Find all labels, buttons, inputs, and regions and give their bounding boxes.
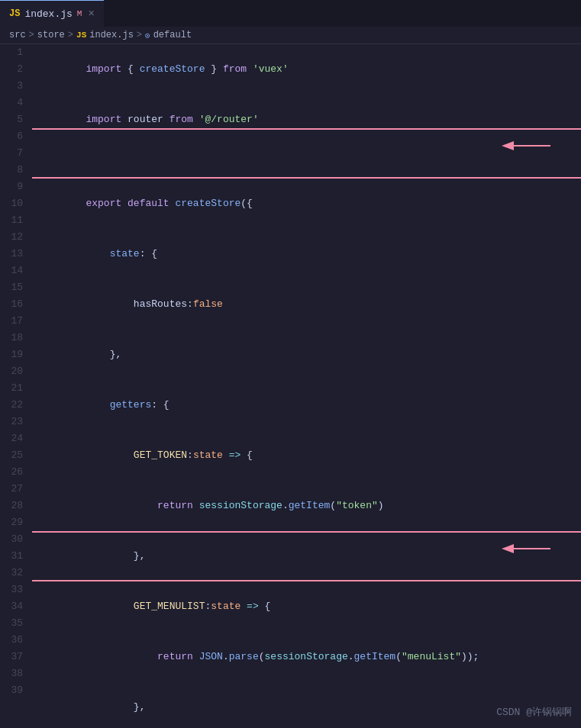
ln-13: 13: [6, 246, 23, 263]
ln-38: 38: [6, 665, 23, 682]
watermark: CSDN @许锅锅啊: [496, 705, 572, 719]
ln-35: 35: [6, 615, 23, 632]
tab-indexjs[interactable]: JS index.js M ×: [0, 0, 104, 27]
tab-filename: index.js: [24, 8, 72, 20]
breadcrumb-sep2: >: [68, 30, 73, 40]
ln-19: 19: [6, 346, 23, 363]
ln-25: 25: [6, 447, 23, 464]
ln-39: 39: [6, 682, 23, 699]
code-line-6: state: {: [38, 229, 575, 279]
breadcrumb-src: src: [9, 30, 26, 40]
code-content: import { createStore } from 'vuex' impor…: [32, 44, 581, 724]
ln-23: 23: [6, 414, 23, 430]
breadcrumb: src > store > JS index.js > ⊙ default: [0, 27, 581, 44]
breadcrumb-file: index.js: [89, 30, 134, 40]
ln-9: 9: [6, 179, 23, 195]
ln-37: 37: [6, 649, 23, 665]
code-line-2: import router from '@/router': [38, 95, 575, 145]
breadcrumb-js-icon: JS: [76, 31, 86, 40]
js-badge: JS: [9, 8, 20, 19]
ln-29: 29: [6, 514, 23, 531]
ln-30: 30: [6, 531, 23, 548]
ln-21: 21: [6, 380, 23, 397]
ln-26: 26: [6, 464, 23, 481]
ln-16: 16: [6, 296, 23, 313]
close-icon[interactable]: ×: [88, 8, 94, 20]
modified-indicator: M: [77, 9, 82, 18]
ln-3: 3: [6, 78, 23, 95]
code-line-8: },: [38, 330, 575, 380]
code-line-13: GET_MENULIST:state => {: [38, 581, 575, 632]
ln-28: 28: [6, 498, 23, 514]
breadcrumb-sym-icon: ⊙: [145, 31, 150, 40]
ln-10: 10: [6, 195, 23, 212]
code-line-14: return JSON.parse(sessionStorage.getItem…: [38, 632, 575, 682]
ln-31: 31: [6, 548, 23, 565]
code-line-11: return sessionStorage.getItem("token"): [38, 481, 575, 531]
ln-18: 18: [6, 330, 23, 346]
ln-24: 24: [6, 430, 23, 447]
code-line-5: export default createStore({: [38, 179, 575, 229]
code-line-3: [38, 145, 575, 162]
ln-14: 14: [6, 263, 23, 279]
ln-32: 32: [6, 565, 23, 581]
ln-27: 27: [6, 481, 23, 498]
code-line-4: [38, 162, 575, 179]
ln-34: 34: [6, 598, 23, 615]
ln-8: 8: [6, 162, 23, 179]
code-line-7: hasRoutes:false: [38, 279, 575, 330]
ln-12: 12: [6, 229, 23, 246]
code-line-9: getters: {: [38, 380, 575, 430]
code-line-12: },: [38, 531, 575, 581]
ln-22: 22: [6, 397, 23, 414]
ln-33: 33: [6, 581, 23, 598]
ln-36: 36: [6, 632, 23, 649]
code-area: 1 2 3 4 5 6 7 8 9 10 11 12 13 14 15 16 1…: [0, 44, 581, 724]
ln-17: 17: [6, 313, 23, 330]
breadcrumb-default: default: [153, 30, 192, 40]
ln-1: 1: [6, 44, 23, 61]
ln-15: 15: [6, 279, 23, 296]
code-line-15: },: [38, 682, 575, 724]
ln-11: 11: [6, 212, 23, 229]
breadcrumb-store: store: [37, 30, 65, 40]
tab-bar: JS index.js M ×: [0, 0, 581, 27]
ln-7: 7: [6, 145, 23, 162]
ln-4: 4: [6, 95, 23, 111]
editor: 1 2 3 4 5 6 7 8 9 10 11 12 13 14 15 16 1…: [0, 44, 581, 724]
ln-2: 2: [6, 61, 23, 78]
ln-20: 20: [6, 363, 23, 380]
ln-6: 6: [6, 128, 23, 145]
line-numbers: 1 2 3 4 5 6 7 8 9 10 11 12 13 14 15 16 1…: [0, 44, 32, 724]
code-line-10: GET_TOKEN:state => {: [38, 430, 575, 481]
breadcrumb-sep1: >: [29, 30, 34, 40]
code-line-1: import { createStore } from 'vuex': [38, 44, 575, 95]
ln-5: 5: [6, 111, 23, 128]
breadcrumb-sep3: >: [137, 30, 142, 40]
